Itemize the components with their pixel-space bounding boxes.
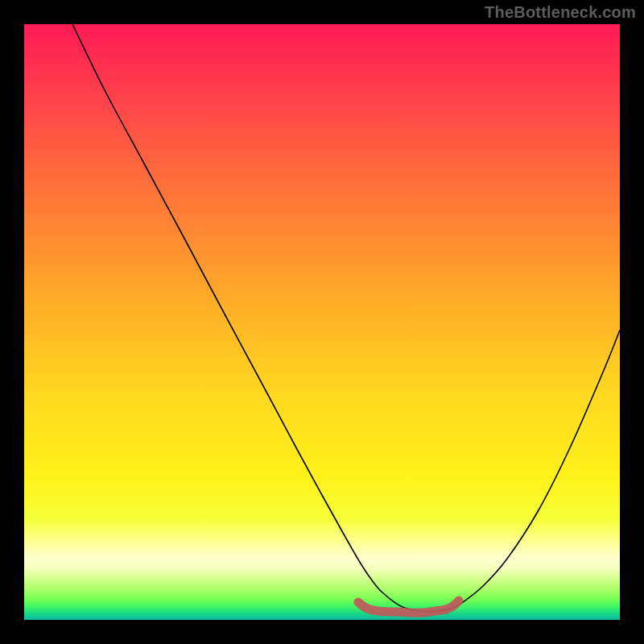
- curve-svg: [24, 24, 620, 620]
- plot-area: [24, 24, 620, 620]
- watermark-text: TheBottleneck.com: [485, 3, 636, 22]
- bottom-highlight: [358, 601, 459, 613]
- chart-container: TheBottleneck.com: [0, 0, 644, 644]
- bottleneck-curve: [72, 24, 620, 612]
